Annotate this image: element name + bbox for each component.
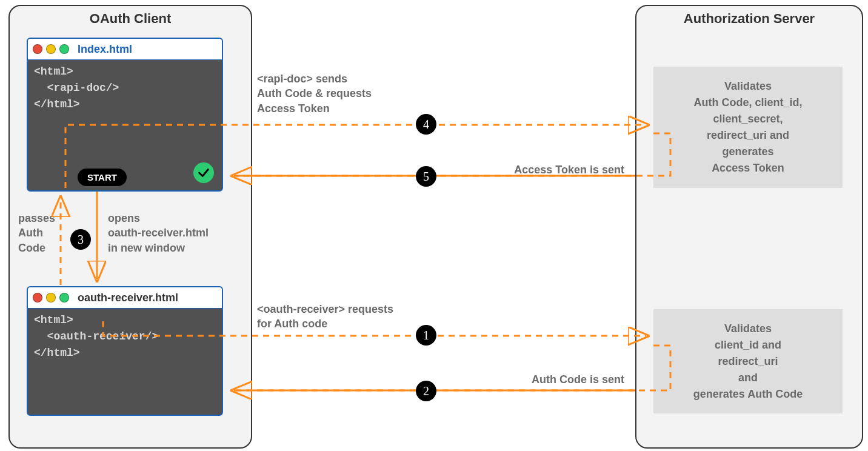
- window-close-icon: [33, 293, 42, 302]
- window-maximize-icon: [59, 293, 69, 302]
- authorization-server-title: Authorization Server: [636, 11, 862, 27]
- window-receiver-title: oauth-receiver.html: [78, 292, 178, 304]
- window-close-icon: [33, 44, 42, 54]
- step-5-badge: 5: [416, 166, 436, 187]
- label-access-token-sent: Access Token is sent: [467, 162, 624, 177]
- window-index-title-bar: Index.html: [28, 39, 222, 60]
- window-index-title: Index.html: [78, 43, 132, 56]
- label-auth-code-sent: Auth Code is sent: [491, 372, 624, 387]
- label-rapidoc-sends: <rapi-doc> sends Auth Code & requests Ac…: [257, 72, 372, 116]
- start-badge: START: [78, 169, 127, 186]
- step-3-badge: 3: [70, 229, 91, 250]
- label-receiver-requests: <oauth-receiver> requests for Auth code: [257, 302, 393, 332]
- step-4-badge: 4: [416, 114, 436, 135]
- step-1-badge: 1: [416, 325, 436, 346]
- window-receiver-code: <html> <oauth-receiver/> </html>: [28, 309, 222, 365]
- authorization-server-panel: Authorization Server Validates Auth Code…: [635, 5, 863, 449]
- label-passes-auth-code: passes Auth Code: [18, 211, 55, 255]
- success-check-icon: [193, 162, 214, 183]
- server-validates-auth-code-box: Validates client_id and redirect_uri and…: [653, 309, 843, 413]
- window-minimize-icon: [46, 293, 56, 302]
- server-validates-access-token-box: Validates Auth Code, client_id, client_s…: [653, 67, 843, 188]
- window-minimize-icon: [46, 44, 56, 54]
- window-oauth-receiver: oauth-receiver.html <html> <oauth-receiv…: [27, 286, 223, 416]
- label-opens-receiver: opens oauth-receiver.html in new window: [108, 211, 209, 255]
- window-maximize-icon: [59, 44, 69, 54]
- window-index-code: <html> <rapi-doc/> </html>: [28, 60, 222, 116]
- window-receiver-title-bar: oauth-receiver.html: [28, 287, 222, 309]
- step-2-badge: 2: [416, 381, 436, 401]
- oauth-client-title: OAuth Client: [10, 11, 251, 27]
